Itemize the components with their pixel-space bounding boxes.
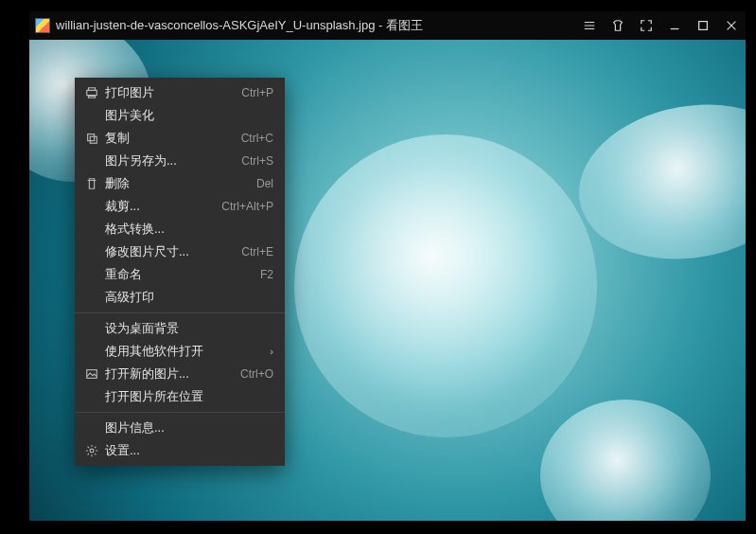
svg-rect-0 — [699, 22, 708, 30]
menu-item-shortcut: Ctrl+S — [241, 154, 273, 168]
menu-item-crop[interactable]: 裁剪... Ctrl+Alt+P — [75, 195, 285, 218]
menu-item-shortcut: Ctrl+C — [241, 132, 273, 145]
print-icon — [82, 86, 101, 99]
copy-icon — [82, 132, 101, 145]
menu-item-label: 图片美化 — [101, 107, 273, 124]
menu-item-shortcut: Ctrl+O — [240, 367, 273, 381]
menu-item-shortcut: Del — [256, 177, 273, 190]
menu-separator — [75, 312, 285, 313]
menu-item-label: 打印图片 — [101, 84, 241, 101]
menu-item-advanced-print[interactable]: 高级打印 — [75, 286, 285, 309]
menu-item-label: 修改图片尺寸... — [101, 243, 241, 260]
menu-item-label: 设为桌面背景 — [101, 320, 273, 337]
hamburger-icon — [583, 19, 596, 32]
svg-point-4 — [90, 449, 94, 453]
menu-item-resize[interactable]: 修改图片尺寸... Ctrl+E — [75, 240, 285, 263]
menu-item-label: 重命名 — [101, 266, 260, 283]
window-title: willian-justen-de-vasconcellos-ASKGjAeIY… — [56, 17, 423, 34]
menu-item-settings[interactable]: 设置... — [75, 439, 285, 462]
trash-icon — [82, 177, 101, 190]
menu-item-label: 打开图片所在位置 — [101, 388, 273, 405]
menu-item-shortcut: Ctrl+P — [241, 86, 273, 99]
menu-item-label: 格式转换... — [101, 221, 273, 238]
svg-rect-3 — [87, 370, 97, 379]
menu-item-format-convert[interactable]: 格式转换... — [75, 218, 285, 240]
image-icon — [82, 367, 101, 381]
app-icon — [35, 18, 50, 33]
menu-item-label: 图片信息... — [101, 419, 273, 436]
menu-item-open-with[interactable]: 使用其他软件打开 › — [75, 340, 285, 363]
menu-button[interactable] — [575, 11, 604, 40]
menu-item-label: 使用其他软件打开 — [101, 343, 270, 360]
image-content — [567, 87, 746, 276]
svg-rect-2 — [90, 136, 97, 143]
close-icon — [725, 19, 738, 32]
expand-icon — [640, 19, 653, 32]
menu-item-label: 打开新的图片... — [101, 365, 240, 383]
close-button[interactable] — [717, 11, 746, 40]
menu-item-label: 图片另存为... — [101, 152, 241, 169]
svg-rect-1 — [88, 134, 95, 141]
context-menu: 打印图片 Ctrl+P 图片美化 复制 Ctrl+C 图片另存为... Ctrl… — [75, 78, 285, 466]
menu-item-rename[interactable]: 重命名 F2 — [75, 263, 285, 286]
pin-button[interactable] — [604, 11, 632, 40]
menu-item-copy[interactable]: 复制 Ctrl+C — [75, 127, 285, 150]
menu-item-save-as[interactable]: 图片另存为... Ctrl+S — [75, 150, 285, 172]
menu-item-print-image[interactable]: 打印图片 Ctrl+P — [75, 81, 285, 104]
chevron-right-icon: › — [270, 346, 273, 357]
menu-item-shortcut: Ctrl+E — [241, 245, 273, 258]
image-content — [540, 400, 711, 521]
shirt-icon — [611, 19, 624, 32]
fullscreen-button[interactable] — [632, 11, 660, 40]
maximize-button[interactable] — [689, 11, 717, 40]
menu-item-shortcut: F2 — [260, 268, 273, 281]
minimize-button[interactable] — [660, 11, 689, 40]
menu-item-beautify[interactable]: 图片美化 — [75, 104, 285, 127]
gear-icon — [82, 444, 101, 457]
menu-item-delete[interactable]: 删除 Del — [75, 172, 285, 195]
menu-item-shortcut: Ctrl+Alt+P — [221, 200, 273, 213]
menu-item-image-info[interactable]: 图片信息... — [75, 417, 285, 439]
menu-item-label: 裁剪... — [101, 198, 221, 215]
minimize-icon — [668, 19, 681, 32]
menu-item-set-wallpaper[interactable]: 设为桌面背景 — [75, 317, 285, 340]
menu-item-label: 删除 — [101, 175, 256, 192]
maximize-icon — [696, 19, 710, 32]
menu-item-label: 设置... — [101, 442, 273, 459]
image-content — [294, 134, 597, 437]
titlebar: willian-justen-de-vasconcellos-ASKGjAeIY… — [29, 11, 746, 40]
menu-item-label: 高级打印 — [101, 289, 273, 306]
menu-item-label: 复制 — [101, 130, 241, 147]
menu-separator — [75, 412, 285, 413]
menu-item-open-location[interactable]: 打开图片所在位置 — [75, 385, 285, 408]
menu-item-open-new[interactable]: 打开新的图片... Ctrl+O — [75, 363, 285, 385]
